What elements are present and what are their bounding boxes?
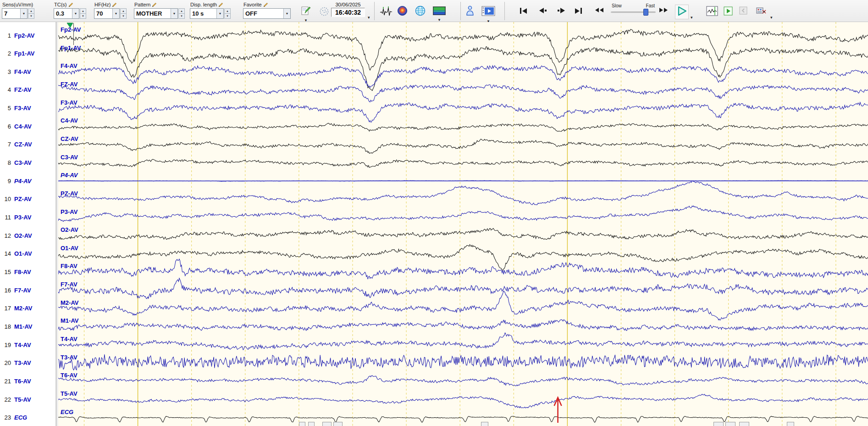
fast-forward-button[interactable] bbox=[659, 8, 668, 12]
combobox[interactable]: 10 s ▼ bbox=[190, 8, 224, 19]
spinner-up[interactable]: ▲ bbox=[178, 8, 185, 14]
start-review-button[interactable] bbox=[724, 6, 733, 17]
dropdown-caret[interactable]: ▾ bbox=[305, 18, 307, 22]
combobox[interactable]: 0.3 ▼ bbox=[54, 8, 79, 19]
video-button[interactable]: ▾ bbox=[481, 6, 495, 23]
bottom-bar-partial-widget[interactable] bbox=[787, 422, 794, 426]
channel-row-F4-AV[interactable]: 3F4-AV bbox=[0, 67, 55, 76]
channel-row-P4-AV[interactable]: 9P4-AV bbox=[0, 177, 55, 185]
channel-row-T4-AV[interactable]: 19T4-AV bbox=[0, 341, 55, 349]
bottom-bar-partial-widget[interactable] bbox=[322, 422, 332, 426]
spinner-up[interactable]: ▲ bbox=[120, 8, 127, 14]
value-spinner[interactable]: ▲ ▼ bbox=[28, 8, 34, 19]
spinner-down[interactable]: ▼ bbox=[120, 14, 127, 19]
play-dropdown-caret[interactable]: ▾ bbox=[691, 15, 693, 20]
channel-row-T5-AV[interactable]: 22T5-AV bbox=[0, 395, 55, 404]
bottom-bar-partial-widget[interactable] bbox=[725, 422, 735, 426]
edit-pen-icon[interactable] bbox=[68, 2, 73, 7]
combobox[interactable]: 70 ▼ bbox=[94, 8, 120, 19]
channel-row-FZ-AV[interactable]: 4FZ-AV bbox=[0, 86, 55, 94]
bottom-bar-partial-widget[interactable] bbox=[739, 422, 749, 426]
spinner-down[interactable]: ▼ bbox=[178, 14, 185, 19]
spinner-up[interactable]: ▲ bbox=[80, 8, 86, 14]
channel-row-Fp2-AV[interactable]: 1Fp2-AV bbox=[0, 31, 55, 39]
skip-to-start-button[interactable] bbox=[520, 8, 527, 14]
patient-info-button[interactable] bbox=[466, 5, 474, 18]
channel-number: 19 bbox=[0, 342, 11, 348]
step-backward-button[interactable] bbox=[539, 8, 547, 13]
spinner-down[interactable]: ▼ bbox=[224, 14, 231, 19]
channel-row-F3-AV[interactable]: 5F3-AV bbox=[0, 104, 55, 112]
trend-view-button[interactable] bbox=[706, 6, 718, 18]
channel-row-C3-AV[interactable]: 8C3-AV bbox=[0, 159, 55, 167]
channel-row-T6-AV[interactable]: 21T6-AV bbox=[0, 377, 55, 385]
bottom-bar-partial-widget[interactable] bbox=[299, 422, 305, 426]
channel-row-PZ-AV[interactable]: 10PZ-AV bbox=[0, 195, 55, 203]
spinner-down[interactable]: ▼ bbox=[80, 14, 86, 19]
colormap-button[interactable]: ▾ bbox=[433, 6, 446, 22]
combobox[interactable]: MOTHER ▼ bbox=[134, 8, 178, 19]
channel-row-M2-AV[interactable]: 17M2-AV bbox=[0, 304, 55, 313]
value-spinner[interactable]: ▲ ▼ bbox=[120, 8, 127, 19]
globe-button[interactable] bbox=[415, 6, 426, 18]
edit-pen-icon[interactable] bbox=[152, 2, 157, 7]
edit-pen-icon[interactable] bbox=[218, 2, 223, 7]
channel-number: 7 bbox=[0, 141, 11, 148]
combobox-dropdown-arrow[interactable]: ▼ bbox=[112, 9, 119, 18]
tool-dropdown-caret[interactable]: ▾ bbox=[770, 15, 773, 20]
edit-pen-icon[interactable] bbox=[263, 2, 268, 7]
bottom-bar-partial-widget[interactable] bbox=[333, 422, 343, 426]
channel-row-O1-AV[interactable]: 14O1-AV bbox=[0, 250, 55, 258]
combobox[interactable]: 7 ▼ bbox=[2, 8, 28, 19]
value-spinner[interactable]: ▲ ▼ bbox=[224, 8, 231, 19]
combobox-dropdown-arrow[interactable]: ▼ bbox=[72, 9, 79, 18]
play-button[interactable] bbox=[675, 5, 689, 19]
channel-label: T6-AV bbox=[14, 378, 31, 385]
bottom-bar-partial-widget[interactable] bbox=[713, 422, 724, 426]
channel-row-O2-AV[interactable]: 12O2-AV bbox=[0, 231, 55, 240]
channel-number: 12 bbox=[0, 232, 11, 239]
bottom-bar-partial-widget[interactable] bbox=[481, 422, 488, 426]
channel-row-CZ-AV[interactable]: 7CZ-AV bbox=[0, 140, 55, 149]
inline-channel-label: FZ-AV bbox=[61, 81, 78, 88]
slider-track[interactable] bbox=[611, 9, 656, 16]
channel-row-M1-AV[interactable]: 18M1-AV bbox=[0, 322, 55, 331]
speed-slider[interactable]: Slow Fast bbox=[611, 3, 656, 16]
skip-to-end-button[interactable] bbox=[575, 8, 582, 14]
spinner-up[interactable]: ▲ bbox=[224, 8, 231, 14]
channel-row-F8-AV[interactable]: 15F8-AV bbox=[0, 268, 55, 276]
channel-row-F7-AV[interactable]: 16F7-AV bbox=[0, 286, 55, 294]
value-spinner[interactable]: ▲ ▼ bbox=[80, 8, 86, 19]
rewind-button[interactable] bbox=[595, 8, 603, 12]
right-triangle-glyph bbox=[664, 8, 668, 12]
bottom-bar-partial-widget[interactable] bbox=[308, 422, 315, 426]
montage-tool-button[interactable] bbox=[756, 6, 768, 19]
combobox-dropdown-arrow[interactable]: ▼ bbox=[283, 9, 290, 18]
channel-row-ECG[interactable]: 23ECG bbox=[0, 414, 55, 422]
combobox-dropdown-arrow[interactable]: ▼ bbox=[20, 9, 27, 18]
eeg-events-button[interactable] bbox=[380, 6, 393, 19]
value-spinner[interactable]: ▲ ▼ bbox=[178, 8, 185, 19]
eeg-plot-area[interactable]: Fp2-AVFp1-AVF4-AVFZ-AVF3-AVC4-AVCZ-AVC3-… bbox=[58, 22, 868, 426]
channel-row-Fp1-AV[interactable]: 2Fp1-AV bbox=[0, 50, 55, 58]
edit-pen-icon[interactable] bbox=[112, 2, 117, 7]
time-dropdown-caret[interactable]: ▾ bbox=[368, 15, 370, 20]
combobox[interactable]: OFF ▼ bbox=[243, 8, 291, 19]
channel-row-C4-AV[interactable]: 6C4-AV bbox=[0, 122, 55, 130]
channel-row-T3-AV[interactable]: 20T3-AV bbox=[0, 359, 55, 367]
spinner-up[interactable]: ▲ bbox=[28, 8, 34, 14]
step-forward-button[interactable] bbox=[558, 8, 565, 13]
channel-number: 10 bbox=[0, 196, 11, 202]
slider-handle[interactable] bbox=[643, 9, 648, 16]
combobox-dropdown-arrow[interactable]: ▼ bbox=[216, 9, 223, 18]
bar-glyph bbox=[581, 8, 582, 14]
brain-map-button[interactable] bbox=[397, 6, 408, 18]
channel-number: 22 bbox=[0, 396, 11, 403]
channel-row-P3-AV[interactable]: 11P3-AV bbox=[0, 213, 55, 222]
dotted-globe-button[interactable] bbox=[319, 6, 329, 18]
spinner-down[interactable]: ▼ bbox=[28, 14, 34, 19]
combobox-dropdown-arrow[interactable]: ▼ bbox=[171, 9, 177, 18]
brain-map-icon bbox=[397, 10, 408, 17]
annotation-pen-button[interactable]: ▾ bbox=[301, 6, 311, 22]
dropdown-caret[interactable]: ▾ bbox=[438, 18, 441, 22]
